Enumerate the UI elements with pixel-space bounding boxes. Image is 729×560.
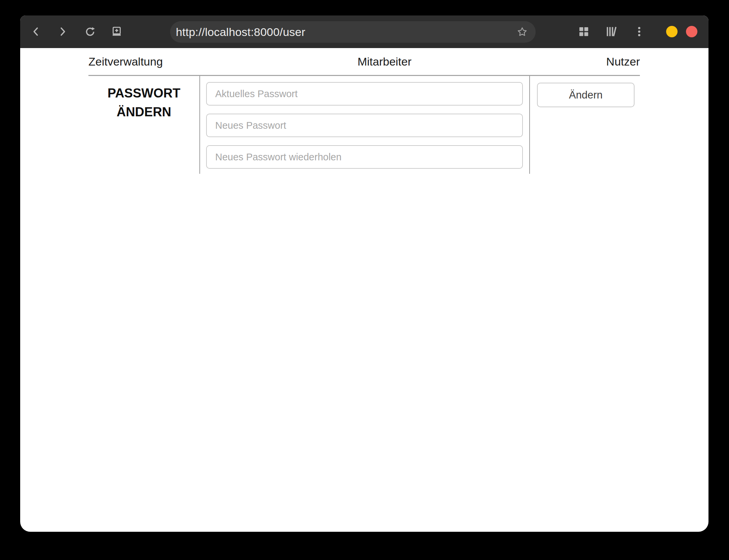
star-outline-icon: [516, 26, 528, 38]
repeat-password-input[interactable]: [206, 145, 523, 169]
menu-button[interactable]: [632, 25, 646, 38]
password-fields: [199, 76, 530, 174]
url-text[interactable]: http://localhost:8000/user: [176, 26, 305, 39]
change-password-button[interactable]: Ändern: [537, 83, 635, 107]
minimize-button[interactable]: [666, 26, 678, 37]
new-tab-button[interactable]: [110, 25, 123, 38]
page-content: Zeitverwaltung Mitarbeiter Nutzer PASSWO…: [20, 48, 708, 174]
reload-icon: [84, 26, 96, 38]
browser-toolbar: http://localhost:8000/user: [20, 15, 708, 48]
kebab-menu-icon: [633, 26, 645, 38]
forward-button[interactable]: [56, 25, 69, 38]
nav-item-nutzer[interactable]: Nutzer: [606, 55, 640, 68]
library-icon: [605, 26, 617, 38]
grid-icon: [578, 26, 590, 38]
tab-overview-button[interactable]: [577, 25, 590, 38]
chevron-right-icon: [56, 26, 69, 38]
reload-button[interactable]: [83, 25, 97, 38]
address-bar[interactable]: http://localhost:8000/user: [170, 21, 536, 43]
current-password-input[interactable]: [206, 82, 523, 106]
section-heading: PASSWORT ÄNDERN: [88, 76, 199, 174]
close-button[interactable]: [686, 26, 697, 37]
library-button[interactable]: [605, 25, 618, 38]
nav-item-zeitverwaltung[interactable]: Zeitverwaltung: [88, 55, 163, 68]
nav-item-mitarbeiter[interactable]: Mitarbeiter: [357, 55, 412, 68]
password-change-section: PASSWORT ÄNDERN Ändern: [88, 75, 640, 174]
new-password-input[interactable]: [206, 114, 523, 137]
screen-plus-icon: [111, 26, 123, 38]
bookmark-button[interactable]: [515, 25, 529, 39]
browser-window: http://localhost:8000/user: [20, 15, 708, 532]
chevron-left-icon: [30, 26, 42, 38]
main-nav: Zeitverwaltung Mitarbeiter Nutzer: [88, 48, 640, 75]
password-action: Ändern: [530, 76, 640, 174]
back-button[interactable]: [29, 25, 43, 38]
